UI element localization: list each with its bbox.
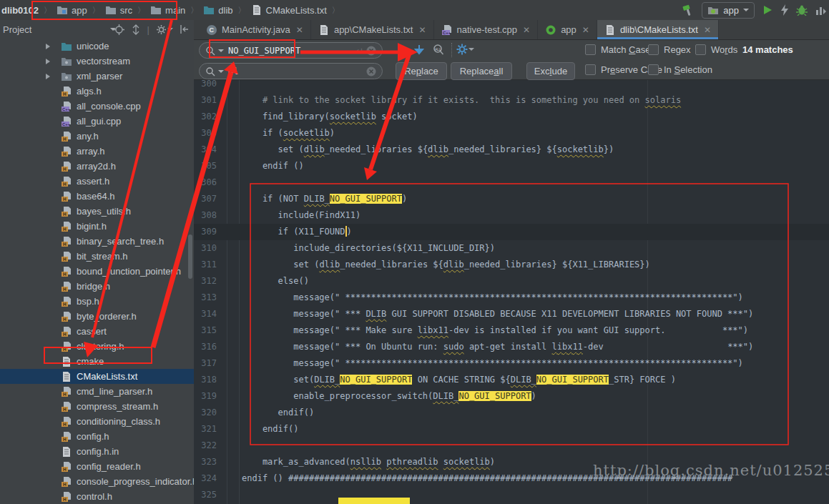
code-line-301[interactable]: 301 # link to the socket library if it e… (194, 92, 829, 109)
replace-button[interactable]: Replace (396, 62, 447, 80)
code-line-305[interactable]: 305 endif () (194, 158, 829, 174)
breadcrumb-root[interactable]: dlib0102 (1, 5, 39, 16)
run-button[interactable] (762, 4, 773, 16)
breadcrumb-item[interactable]: CMakeLists.txt (251, 4, 327, 16)
code-line-325[interactable]: 325 (194, 487, 829, 503)
tree-item-config-h-in[interactable]: config.h.in (0, 444, 194, 459)
tree-item-binary-search-tree-h[interactable]: Hbinary_search_tree.h (0, 234, 194, 249)
close-icon[interactable]: ✕ (582, 25, 589, 35)
tree-item-all-gui-cpp[interactable]: C++all_gui.cpp (0, 114, 194, 129)
checkbox-in-selection[interactable]: In Selection (648, 64, 712, 75)
project-panel-title[interactable]: Project (3, 24, 31, 35)
panel-settings-gear-icon[interactable] (156, 24, 173, 35)
instant-run-icon[interactable] (780, 4, 789, 16)
search-icon[interactable] (205, 66, 215, 76)
collapse-all-icon[interactable] (131, 24, 141, 35)
tree-item-xml-parser[interactable]: xml_parser (0, 69, 194, 84)
build-hammer-icon[interactable] (682, 4, 695, 16)
tree-item-config-reader-h[interactable]: Hconfig_reader.h (0, 459, 194, 474)
close-icon[interactable]: ✕ (296, 25, 303, 35)
checkbox-words[interactable]: Words (695, 44, 737, 55)
tree-item-bridge-h[interactable]: Hbridge.h (0, 279, 194, 294)
tab-native-test-cpp[interactable]: C++native-test.cpp✕ (434, 20, 539, 39)
close-icon[interactable]: ✕ (418, 25, 426, 35)
code-line-322[interactable]: 322 (194, 438, 829, 454)
tree-item-compress-stream-h[interactable]: Hcompress_stream.h (0, 399, 194, 414)
breadcrumb-item[interactable]: app (57, 4, 87, 16)
exclude-button[interactable]: Exclude (526, 62, 575, 80)
tree-item-assert-h[interactable]: Hassert.h (0, 174, 194, 189)
expand-arrow-icon[interactable] (46, 44, 50, 49)
debug-button[interactable] (796, 4, 808, 16)
tab-app[interactable]: app✕ (538, 20, 597, 39)
tree-item-array-h[interactable]: Harray.h (0, 144, 194, 159)
tab-dlib-cmakelists-txt[interactable]: dlib\CMakeLists.txt✕ (597, 20, 719, 39)
checkbox-regex[interactable]: Regex (648, 44, 691, 55)
code-editor[interactable]: 300301 # link to the socket library if i… (194, 80, 829, 504)
replace-field[interactable] (199, 63, 383, 79)
breadcrumb-item[interactable]: dlib (203, 4, 232, 16)
tree-item-cmake[interactable]: cmake (0, 354, 194, 369)
code-line-304[interactable]: 304 set (dlib_needed_libraries ${dlib_ne… (194, 142, 829, 158)
code-line-321[interactable]: 321 endif() (194, 421, 829, 438)
tree-item-any-h[interactable]: Hany.h (0, 129, 194, 144)
find-settings-gear-icon[interactable] (456, 43, 474, 56)
expand-arrow-icon[interactable] (46, 74, 50, 79)
code-line-303[interactable]: 303 if (socketlib) (194, 125, 829, 142)
clear-search-icon[interactable] (366, 46, 376, 56)
tree-item-console-progress-indicator-h[interactable]: Hconsole_progress_indicator.h (0, 474, 194, 489)
code-line-310[interactable]: 310 include_directories(${X11_INCLUDE_DI… (194, 240, 829, 257)
close-icon[interactable]: ✕ (523, 25, 530, 35)
tree-item-cmd-line-parser-h[interactable]: Hcmd_line_parser.h (0, 384, 194, 399)
tree-item-bound-function-pointer-h[interactable]: Hbound_function_pointer.h (0, 264, 194, 279)
tree-item-bigint-h[interactable]: Hbigint.h (0, 219, 194, 234)
run-config-select[interactable]: app (702, 2, 755, 19)
code-line-320[interactable]: 320 endif() (194, 405, 829, 421)
tree-item-bsp-h[interactable]: Hbsp.h (0, 294, 194, 309)
tree-item-config-h[interactable]: Hconfig.h (0, 429, 194, 444)
code-line-315[interactable]: 315 message(" *** Make sure libx11-dev i… (194, 322, 829, 339)
tree-item-cassert[interactable]: Hcassert (0, 324, 194, 339)
tree-item-byte-orderer-h[interactable]: Hbyte_orderer.h (0, 309, 194, 324)
replace-history-chevron-icon[interactable] (218, 70, 224, 73)
tree-item-control-h[interactable]: Hcontrol.h (0, 489, 194, 504)
code-line-313[interactable]: 313 message(" **************************… (194, 290, 829, 306)
find-next-icon[interactable] (413, 44, 426, 56)
clear-replace-icon[interactable] (366, 66, 376, 76)
code-line-317[interactable]: 317 message(" **************************… (194, 355, 829, 372)
tree-item-vectorstream[interactable]: vectorstream (0, 54, 194, 69)
code-line-309[interactable]: 309 if (X11_FOUND) (194, 224, 829, 240)
search-history-chevron-icon[interactable] (218, 49, 224, 52)
checkbox-match-case[interactable]: Match Case (585, 44, 650, 55)
tab-mainactivity-java[interactable]: CMainActivity.java✕ (199, 20, 311, 39)
search-icon[interactable] (205, 46, 215, 56)
find-field[interactable]: ↵ (199, 42, 383, 59)
code-line-312[interactable]: 312 else() (194, 273, 829, 290)
breadcrumb-item[interactable]: src (105, 4, 132, 16)
code-line-307[interactable]: 307 if (NOT DLIB_NO_GUI_SUPPORT) (194, 191, 829, 207)
breadcrumb-item[interactable]: main (150, 4, 185, 16)
tab-app-cmakelists-txt[interactable]: app\CMakeLists.txt✕ (311, 20, 434, 39)
code-line-319[interactable]: 319 enable_preprocessor_switch(DLIB_NO_G… (194, 388, 829, 405)
replace-all-button[interactable]: Replace all (451, 62, 512, 80)
tree-item-array2d-h[interactable]: Harray2d.h (0, 159, 194, 174)
newline-icon[interactable]: ↵ (356, 46, 363, 56)
code-line-318[interactable]: 318 set(DLIB_NO_GUI_SUPPORT ON CACHE STR… (194, 372, 829, 388)
profiler-icon[interactable] (815, 4, 826, 16)
tree-item-all-console-cpp[interactable]: C++all_console.cpp (0, 99, 194, 114)
tree-item-algs-h[interactable]: Halgs.h (0, 84, 194, 99)
code-line-302[interactable]: 302 find_library(socketlib socket) (194, 109, 829, 125)
code-line-306[interactable]: 306 (194, 174, 829, 191)
code-line-311[interactable]: 311 set (dlib_needed_libraries ${dlib_ne… (194, 257, 829, 273)
find-all-icon[interactable]: ALL (431, 44, 446, 56)
tree-item-conditioning-class-h[interactable]: Hconditioning_class.h (0, 414, 194, 429)
tree-item-bit-stream-h[interactable]: Hbit_stream.h (0, 249, 194, 264)
tree-item-cmakelists-txt[interactable]: CMakeLists.txt (0, 369, 194, 384)
code-line-314[interactable]: 314 message(" *** DLIB GUI SUPPORT DISAB… (194, 306, 829, 322)
code-line-308[interactable]: 308 include(FindX11) (194, 207, 829, 224)
hide-panel-icon[interactable] (180, 24, 190, 34)
code-line-316[interactable]: 316 message(" *** On Ubuntu run: sudo ap… (194, 339, 829, 355)
code-line-300[interactable]: 300 (194, 80, 829, 92)
expand-arrow-icon[interactable] (46, 59, 50, 64)
tree-item-unicode[interactable]: unicode (0, 39, 194, 54)
